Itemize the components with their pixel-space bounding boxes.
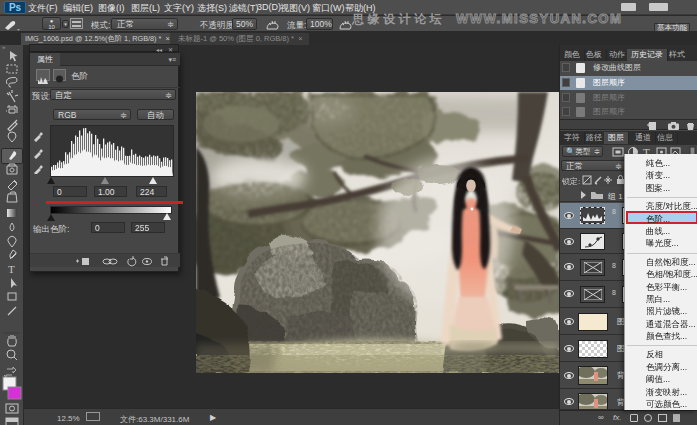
- svg-text:T: T: [8, 263, 15, 275]
